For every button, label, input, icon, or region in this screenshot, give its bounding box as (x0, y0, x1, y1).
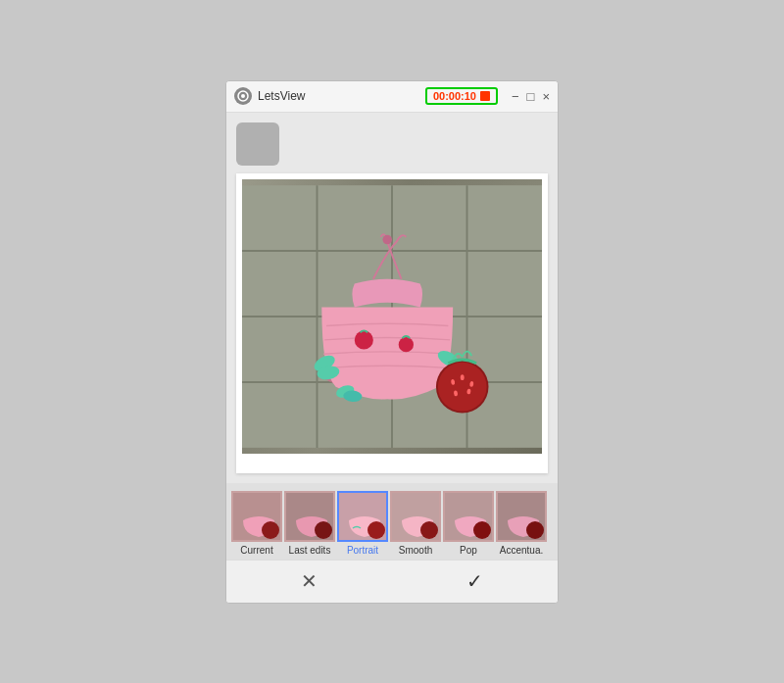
filter-label-portrait: Portrait (347, 545, 378, 556)
svg-point-11 (355, 330, 373, 349)
app-icon (234, 87, 252, 105)
svg-point-10 (382, 234, 392, 244)
svg-point-36 (526, 521, 544, 539)
photo-display (242, 179, 542, 454)
filter-item-last-edits[interactable]: Last edits (283, 491, 336, 556)
filter-thumb-current (231, 491, 282, 542)
svg-point-28 (315, 521, 332, 539)
timer-text: 00:00:10 (433, 90, 476, 102)
cancel-button[interactable]: ✕ (262, 561, 357, 601)
filter-item-smooth[interactable]: Smooth (389, 491, 442, 556)
filter-item-accentua[interactable]: Accentua. (495, 491, 548, 556)
filter-label-smooth: Smooth (399, 545, 432, 556)
filter-thumb-accentua (496, 491, 547, 542)
timer-badge: 00:00:10 (425, 87, 498, 105)
filter-label-accentua: Accentua. (500, 545, 543, 556)
app-window: LetsView 00:00:10 − □ × (225, 80, 559, 604)
filter-thumb-smooth (390, 491, 441, 542)
svg-point-12 (399, 337, 414, 352)
filter-thumb-last-edits (284, 491, 335, 542)
svg-point-32 (420, 521, 438, 539)
main-content (226, 113, 558, 483)
filter-thumb-pop (443, 491, 494, 542)
minimize-button[interactable]: − (512, 90, 519, 103)
filter-item-portrait[interactable]: Portrait (336, 491, 389, 556)
svg-point-26 (262, 521, 279, 539)
svg-point-30 (368, 521, 385, 539)
filter-item-current[interactable]: Current (230, 491, 283, 556)
action-bar: ✕ ✓ (226, 560, 558, 603)
filter-strip: Current Last edits (226, 483, 558, 560)
restore-button[interactable]: □ (527, 90, 535, 103)
svg-point-1 (241, 94, 245, 98)
timer-indicator (480, 91, 490, 101)
svg-point-17 (438, 362, 487, 411)
svg-point-19 (461, 374, 465, 380)
filter-row: Current Last edits (226, 491, 558, 556)
filter-label-pop: Pop (460, 545, 477, 556)
close-button[interactable]: × (542, 90, 550, 103)
window-controls: − □ × (512, 90, 550, 103)
confirm-button[interactable]: ✓ (427, 561, 522, 601)
filter-label-current: Current (240, 545, 272, 556)
svg-point-34 (473, 521, 491, 539)
avatar (236, 122, 279, 166)
photo-container (236, 173, 548, 473)
titlebar: LetsView 00:00:10 − □ × (226, 81, 558, 113)
filter-item-pop[interactable]: Pop (442, 491, 495, 556)
filter-thumb-portrait (337, 491, 388, 542)
app-title: LetsView (258, 89, 419, 103)
filter-label-last-edits: Last edits (289, 545, 331, 556)
avatar-area (236, 122, 548, 166)
